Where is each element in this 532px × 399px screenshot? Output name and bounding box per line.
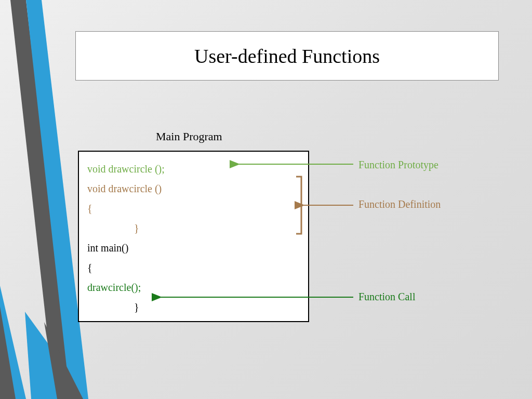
code-main-sig: int main()	[87, 238, 300, 258]
code-main-close: }	[87, 297, 300, 317]
code-call: drawcircle();	[87, 277, 300, 297]
svg-marker-2	[0, 286, 26, 399]
svg-marker-4	[25, 312, 88, 399]
svg-marker-5	[44, 322, 83, 399]
code-def-close: }	[87, 218, 300, 238]
code-main-open: {	[87, 258, 300, 277]
code-prototype: void drawcircle ();	[87, 159, 300, 179]
slide-title: User-defined Functions	[194, 45, 380, 68]
code-def-sig: void drawcircle ()	[87, 179, 300, 198]
title-box: User-defined Functions	[75, 31, 499, 81]
code-box: void drawcircle (); void drawcircle () {…	[78, 151, 309, 322]
svg-marker-3	[0, 307, 16, 399]
svg-marker-0	[10, 0, 73, 399]
label-function-definition: Function Definition	[358, 198, 441, 210]
label-function-call: Function Call	[358, 291, 415, 303]
label-function-prototype: Function Prototype	[358, 159, 438, 171]
main-program-label: Main Program	[156, 130, 222, 143]
code-def-open: {	[87, 198, 300, 218]
